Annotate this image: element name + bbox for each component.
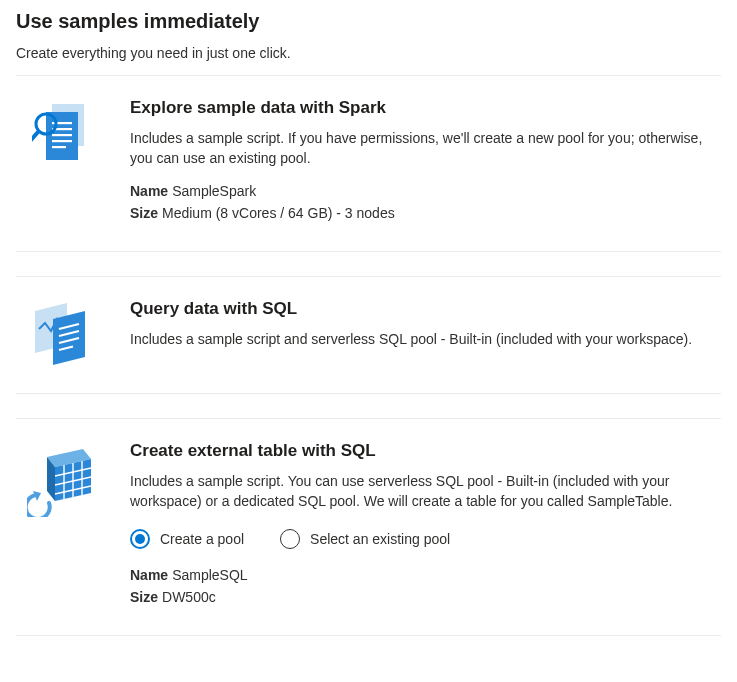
radio-create-pool[interactable]: Create a pool	[130, 529, 244, 549]
radio-label: Select an existing pool	[310, 531, 450, 547]
sample-card-spark[interactable]: Explore sample data with Spark Includes …	[16, 75, 721, 252]
card-size-field: SizeDW500c	[130, 589, 721, 605]
size-value: DW500c	[162, 589, 216, 605]
radio-label: Create a pool	[160, 531, 244, 547]
page-subtitle: Create everything you need in just one c…	[16, 45, 721, 61]
sample-card-external-table[interactable]: Create external table with SQL Includes …	[16, 418, 721, 637]
name-label: Name	[130, 567, 168, 583]
pool-radio-group: Create a pool Select an existing pool	[130, 529, 721, 549]
radio-select-existing-pool[interactable]: Select an existing pool	[280, 529, 450, 549]
card-title: Explore sample data with Spark	[130, 98, 721, 118]
radio-selected-icon	[130, 529, 150, 549]
name-value: SampleSQL	[172, 567, 247, 583]
table-refresh-icon	[16, 441, 106, 612]
name-value: SampleSpark	[172, 183, 256, 199]
page-title: Use samples immediately	[16, 10, 721, 33]
size-label: Size	[130, 589, 158, 605]
card-title: Create external table with SQL	[130, 441, 721, 461]
card-name-field: NameSampleSQL	[130, 567, 721, 583]
spark-document-magnifier-icon	[16, 98, 106, 227]
svg-rect-4	[52, 134, 72, 136]
svg-line-8	[32, 132, 38, 140]
svg-rect-6	[52, 146, 66, 148]
card-title: Query data with SQL	[130, 299, 721, 319]
card-description: Includes a sample script and serverless …	[130, 329, 721, 349]
svg-rect-5	[52, 140, 72, 142]
card-description: Includes a sample script. You can use se…	[130, 471, 721, 512]
svg-marker-10	[53, 311, 85, 365]
name-label: Name	[130, 183, 168, 199]
sql-document-chart-icon	[16, 299, 106, 369]
radio-unselected-icon	[280, 529, 300, 549]
card-name-field: NameSampleSpark	[130, 183, 721, 199]
card-size-field: SizeMedium (8 vCores / 64 GB) - 3 nodes	[130, 205, 721, 221]
sample-card-query-sql[interactable]: Query data with SQL Includes a sample sc…	[16, 276, 721, 394]
size-value: Medium (8 vCores / 64 GB) - 3 nodes	[162, 205, 395, 221]
size-label: Size	[130, 205, 158, 221]
card-description: Includes a sample script. If you have pe…	[130, 128, 721, 169]
